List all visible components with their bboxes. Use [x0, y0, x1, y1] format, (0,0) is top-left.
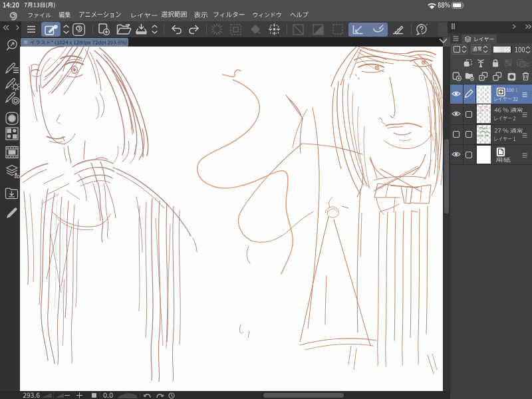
- svg-text:3D: 3D: [14, 174, 20, 179]
